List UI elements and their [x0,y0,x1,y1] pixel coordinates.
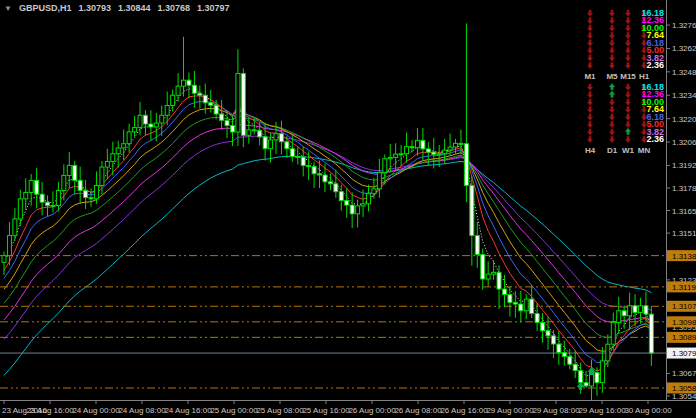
signal-panel: M1M5M15H116.1812.3610.007.646.185.003.82… [584,8,664,155]
time-tick-label: 25 Aug 00:00 [210,406,258,415]
candle-body [475,236,479,255]
level-label-text: 1.31077 [672,302,696,311]
level-label-text: 1.31380 [672,252,696,261]
candle-body [67,165,71,175]
candle-body [62,175,66,190]
candle-body [149,124,153,127]
chart-canvas[interactable]: 1.327601.326201.324801.323401.322001.320… [0,0,696,418]
candle-body [633,306,637,313]
candle [649,307,653,366]
candle [399,145,403,166]
chart-title: ▼ GBPUSD,H1 1.30793 1.30844 1.30768 1.30… [4,3,230,13]
candle-body [611,322,615,344]
ema-ribbon [4,89,651,378]
candle [296,147,300,164]
candle-body [470,185,474,235]
candle-body [274,134,278,140]
signal-block-higher-tf: H4D1W1MN16.1812.3610.007.646.185.003.822… [585,82,664,155]
candle-body [100,167,104,185]
candle-body [29,180,33,192]
candle [323,164,327,192]
signal-down-arrow-icon [609,121,615,128]
candle [519,291,523,323]
candle [241,68,245,147]
price-tick-label: 1.31515 [672,229,696,238]
candle-body [410,147,414,148]
signal-down-arrow-icon [587,136,593,143]
signal-down-arrow-icon [609,47,615,54]
candle-body [524,299,528,311]
candle-body [285,142,289,149]
candle-body [628,306,632,316]
candle-body [486,274,490,279]
candle-body [214,105,218,114]
level-label-text: 1.30891 [672,333,696,342]
candle-body [133,128,137,132]
fib-level-value: 2.36 [646,60,664,70]
timeframe-label-d1: D1 [607,146,618,155]
signal-down-arrow-icon [587,114,593,121]
candle-body [165,105,169,115]
candle [590,360,594,401]
time-axis[interactable]: 23 Aug 201623 Aug 16:0024 Aug 00:0024 Au… [2,401,672,415]
time-tick-label: 26 Aug 16:00 [440,406,488,415]
signal-down-arrow-icon [609,106,615,113]
candle-body [252,130,256,131]
candle-body [513,302,517,304]
signal-down-arrow-icon [609,136,615,143]
candle [464,23,468,202]
candle-body [13,219,17,236]
candle-body [644,306,648,314]
candle [573,350,577,378]
signal-down-arrow-icon [587,17,593,24]
candle [535,303,539,331]
candle-body [78,180,82,190]
signal-down-arrow-icon [625,84,631,91]
timeframe-label-m5: M5 [606,72,618,81]
price-tick-label: 1.32760 [672,21,696,30]
price-tick-label: 1.31920 [672,161,696,170]
candle-body [502,289,506,295]
candle [133,116,137,137]
candle-body [307,165,311,166]
candle-body [600,361,604,383]
candle-body [649,314,653,353]
candle [339,185,343,211]
level-price-label: 1.31193 [667,281,696,292]
timeframe-label-h1: H1 [639,72,650,81]
candle-body [312,167,316,174]
candle-body [89,198,93,199]
ema-line-p4 [4,89,651,378]
price-open: 1.30793 [78,3,111,13]
signal-down-arrow-icon [625,47,631,54]
price-axis[interactable]: 1.327601.326201.324801.323401.322001.320… [666,21,696,401]
price-close: 1.30797 [197,3,230,13]
candle [584,371,588,388]
timeframe-label-mn: MN [638,146,651,155]
time-tick-label: 24 Aug 08:00 [118,406,166,415]
candle [595,367,599,395]
ema-line-p19 [4,115,651,337]
candle-body [220,114,224,120]
candle-body [562,353,566,357]
candle [105,149,109,180]
price-tick-label: 1.31650 [672,207,696,216]
candle-body [415,140,419,147]
time-tick-label: 25 Aug 16:00 [302,406,350,415]
candle [530,285,534,318]
candle-body [323,175,327,182]
candle-body [176,86,180,95]
candle [67,152,71,188]
signal-down-arrow-icon [609,40,615,47]
candle [361,190,365,217]
signal-down-arrow-icon [625,10,631,17]
candle-body [535,314,539,323]
candle-body [73,165,77,180]
candle-body [263,137,267,149]
chart-menu-icon[interactable]: ▼ [4,4,12,13]
candle [171,90,175,112]
candle-body [296,156,300,157]
candle [279,121,283,154]
candle [432,138,436,169]
candle-body [84,190,88,197]
